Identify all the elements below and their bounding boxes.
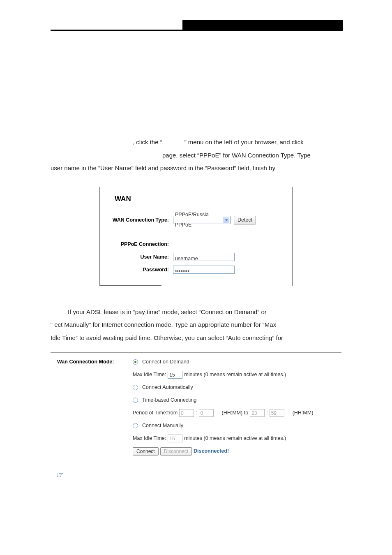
max-idle-input-2[interactable]: 15 bbox=[168, 435, 182, 442]
pppoe-heading: PPPoE Connection: bbox=[107, 239, 173, 250]
wan-settings-figure: WAN WAN Connection Type: PPPoE/Russia PP… bbox=[99, 187, 293, 286]
connect-button[interactable]: Connect bbox=[133, 447, 159, 456]
disconnect-button[interactable]: Disconnect bbox=[160, 447, 192, 456]
chevron-down-icon bbox=[224, 217, 229, 223]
period-prefix: Period of Time:from bbox=[133, 408, 178, 418]
password-label: Password: bbox=[107, 265, 173, 275]
period-mid: (HH:MM) to bbox=[222, 408, 249, 418]
period-from-h[interactable]: 0 bbox=[179, 409, 194, 417]
radio-connect-manually[interactable] bbox=[133, 423, 138, 428]
wan-conn-type-select[interactable]: PPPoE/Russia PPPoE bbox=[173, 216, 231, 224]
period-suffix: (HH:MM) bbox=[293, 408, 314, 418]
username-field[interactable]: username bbox=[173, 253, 235, 261]
svg-marker-0 bbox=[225, 219, 228, 221]
opt-connect-on-demand: Connect on Demand bbox=[142, 357, 189, 367]
opt-connect-auto: Connect Automatically bbox=[142, 382, 193, 393]
header-underline bbox=[51, 30, 343, 31]
max-idle-suffix-2: minutes (0 means remain active at all ti… bbox=[184, 433, 286, 444]
period-to-h[interactable]: 23 bbox=[250, 409, 265, 417]
connection-status: Disconnected! bbox=[194, 446, 229, 456]
header-black-bar bbox=[182, 20, 343, 30]
wan-connection-mode-figure: Wan Connection Mode: Connect on Demand M… bbox=[51, 352, 341, 464]
period-from-m[interactable]: 0 bbox=[199, 409, 214, 417]
wan-conn-mode-label: Wan Connection Mode: bbox=[55, 357, 133, 367]
period-to-m[interactable]: 59 bbox=[270, 409, 284, 417]
note-pointer-icon: ☞ bbox=[56, 470, 64, 480]
max-idle-label-1: Max Idle Time: bbox=[133, 370, 166, 380]
password-field[interactable]: •••••••• bbox=[173, 266, 235, 274]
opt-time-based: Time-based Connecting bbox=[142, 395, 196, 405]
radio-connect-auto[interactable] bbox=[133, 385, 138, 390]
wan-conn-type-label: WAN Connection Type: bbox=[107, 215, 173, 225]
radio-time-based[interactable] bbox=[133, 398, 138, 403]
max-idle-label-2: Max Idle Time: bbox=[133, 433, 166, 444]
intro-paragraph: , click the “” menu on the left of your … bbox=[51, 136, 341, 175]
max-idle-input-1[interactable]: 15 bbox=[168, 371, 182, 379]
opt-connect-manually: Connect Manually bbox=[142, 421, 183, 431]
max-idle-suffix-1: minutes (0 means remain active at all ti… bbox=[184, 370, 286, 380]
wan-title: WAN bbox=[107, 192, 285, 206]
radio-connect-on-demand[interactable] bbox=[133, 359, 138, 365]
detect-button[interactable]: Detect bbox=[234, 216, 256, 224]
mid-paragraph: If your ADSL lease is in “pay time” mode… bbox=[51, 305, 341, 345]
username-label: User Name: bbox=[107, 252, 173, 262]
